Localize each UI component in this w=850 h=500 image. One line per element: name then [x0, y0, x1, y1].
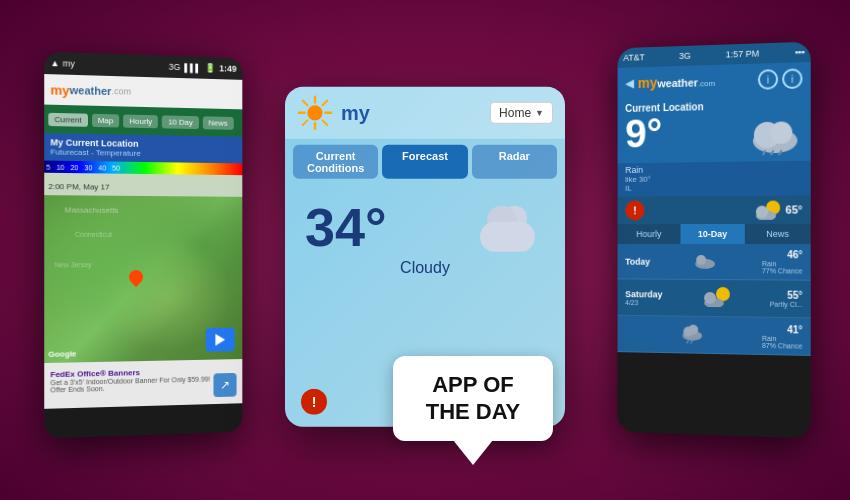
android-location-sub: Futurecast - Temperature	[50, 147, 236, 159]
google-logo: Google	[48, 349, 76, 359]
svg-line-6	[323, 120, 328, 125]
svg-line-12	[762, 151, 765, 155]
ios-tab-10day[interactable]: 10-Day	[680, 224, 744, 244]
ios-header: ◀ my weather .com i i	[618, 62, 811, 99]
widget-weather-content: 34°	[285, 185, 565, 269]
dropdown-arrow: ▼	[535, 108, 544, 118]
home-label: Home	[499, 106, 531, 120]
bubble-tail	[453, 440, 493, 465]
map-state2: Connecticut	[75, 231, 112, 238]
status-right: 3G ▌▌▌ 🔋 1:49	[169, 62, 237, 74]
fedex-ad: FedEx Office® Banners Get a 3'x5' Indoor…	[44, 359, 242, 409]
ios-rain-label: Rain	[625, 165, 650, 175]
ios-forecast-row-1: Today 46° Rain 77% Chance	[618, 244, 811, 281]
android-nav-bar[interactable]: Current Map Hourly 10 Day News	[44, 105, 242, 137]
ios-day-label-1: Today	[625, 256, 650, 266]
ios-city: IL	[625, 184, 650, 193]
share-icon: ↗	[220, 378, 230, 392]
svg-line-7	[323, 100, 328, 105]
android-screen: ▲ my 3G ▌▌▌ 🔋 1:49 my weather .com Curre…	[44, 52, 242, 439]
ios-nav-back[interactable]: ◀	[625, 76, 634, 90]
ios-detail-row: Rain like 30° IL	[618, 161, 811, 197]
share-button[interactable]: ↗	[213, 373, 236, 397]
nav-10day[interactable]: 10 Day	[162, 115, 199, 129]
ios-info-button2[interactable]: i	[782, 68, 802, 89]
ios-carrier: AT&T	[623, 52, 645, 63]
ios-screen: AT&T 3G 1:57 PM ▪▪▪ ◀ my weather .com i …	[618, 42, 811, 439]
weather-logo-text: weather	[70, 84, 112, 97]
ios-forecast-row-3: 41° Rain 87% Chance	[618, 316, 811, 356]
map-state3: New Jersey	[54, 261, 91, 268]
status-left-icons: ▲ my	[50, 58, 74, 69]
ios-forecast-detail-1: 46° Rain 77% Chance	[762, 249, 803, 274]
ios-day-1: Today	[625, 256, 650, 266]
play-icon	[215, 334, 225, 346]
nav-hourly[interactable]: Hourly	[123, 114, 158, 128]
temp-numbers: 51020304050	[46, 163, 120, 171]
ios-forecast-temp-1: 46°	[762, 249, 803, 260]
android-date-text: 2:00 PM, May 17	[48, 182, 109, 192]
ios-tabs[interactable]: Hourly 10-Day News	[618, 224, 811, 244]
ios-battery-icon: ▪▪▪	[795, 47, 805, 57]
widget-my-text: my	[341, 101, 370, 124]
nav-map[interactable]: Map	[92, 113, 120, 127]
widget-footer: !	[301, 389, 327, 415]
sim-icon: ▲	[50, 58, 59, 68]
tab-radar[interactable]: Radar	[472, 145, 557, 179]
ios-alert-icon: !	[625, 200, 644, 220]
svg-line-8	[303, 120, 308, 125]
home-dropdown[interactable]: Home ▼	[490, 102, 553, 124]
nav-current[interactable]: Current	[48, 112, 87, 126]
ios-forecast-chance-1: 77% Chance	[762, 267, 803, 274]
svg-line-28	[687, 341, 689, 344]
battery-icon: 🔋	[205, 63, 216, 73]
map-pin	[129, 270, 143, 288]
alert-icon: !	[301, 389, 327, 415]
ios-forecast-detail-3: 41° Rain 87% Chance	[762, 323, 803, 349]
ios-tab-news[interactable]: News	[745, 224, 811, 244]
partly-cloudy-icon	[753, 200, 781, 220]
play-button[interactable]	[206, 328, 235, 352]
svg-point-17	[756, 206, 768, 218]
my-logo: my	[50, 82, 69, 98]
ios-weather-logo: weather	[657, 76, 698, 89]
carrier-label: my	[63, 58, 75, 69]
ios-day-label-2: Saturday	[625, 289, 662, 299]
tab-current-conditions[interactable]: Current Conditions	[293, 145, 378, 179]
ios-com: .com	[698, 79, 715, 88]
app-of-day-line1: APP OF	[411, 372, 535, 398]
svg-point-19	[697, 254, 707, 264]
ios-my-text: my	[638, 75, 658, 91]
ios-current-location-section: Current Location 9°	[618, 95, 811, 164]
svg-point-0	[307, 105, 322, 120]
cloud-body	[480, 222, 535, 252]
ios-tab-hourly[interactable]: Hourly	[618, 224, 681, 244]
ios-time: 1:57 PM	[726, 48, 760, 59]
svg-line-5	[303, 100, 308, 105]
android-logo-bar: my weather .com	[44, 74, 242, 109]
svg-line-29	[691, 341, 693, 344]
nav-news[interactable]: News	[203, 116, 234, 130]
ios-forecast-temp-2: 55°	[770, 289, 803, 300]
ios-forecast-detail-2: 55° Partly Cl...	[770, 289, 803, 308]
android-location-bar: My Current Location Futurecast - Tempera…	[44, 133, 242, 163]
sun-logo	[297, 95, 333, 131]
center-condition: Cloudy	[285, 259, 565, 277]
logo-com: .com	[112, 86, 131, 97]
center-temperature: 34°	[305, 200, 387, 254]
ios-logo-area: my weather .com	[638, 73, 715, 91]
ios-info-button[interactable]: i	[758, 69, 778, 90]
ios-partly-cloud-icon: 65°	[753, 199, 802, 219]
ios-temp-row: 9°	[625, 110, 802, 161]
ios-network: 3G	[679, 51, 691, 61]
ios-forecast-temp-3: 41°	[762, 323, 803, 335]
map-pin-circle	[126, 267, 146, 287]
map-state-label: Massachusetts	[65, 205, 119, 214]
ios-alert-row: ! 65°	[618, 195, 811, 224]
ios-rain-cloud	[747, 112, 803, 160]
tab-forecast[interactable]: Forecast	[382, 145, 467, 179]
ios-main-temp: 9°	[625, 113, 662, 153]
ios-day-2: Saturday 4/23	[625, 289, 662, 306]
ios-65-temp: 65°	[786, 203, 803, 215]
time-label: 1:49	[219, 63, 236, 73]
